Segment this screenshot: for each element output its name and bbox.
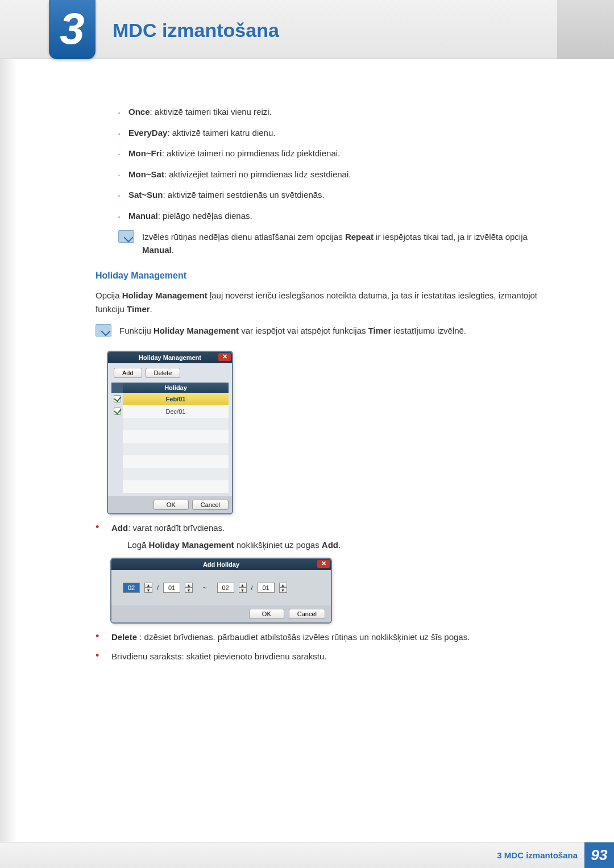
dialog-footer: OK Cancel [111, 605, 331, 622]
action-sub: Logā Holiday Management noklikšķiniet uz… [127, 538, 545, 552]
month-end-field[interactable]: 02 [217, 583, 234, 593]
holiday-management-dialog: Holiday Management ✕ Add Delete Holiday … [107, 351, 233, 514]
option-desc: : aktivizē taimeri sestdienās un svētdie… [163, 190, 324, 200]
table-row [111, 443, 229, 455]
table-row[interactable]: Dec/01 [111, 405, 229, 418]
square-bullet-icon: ▫ [96, 189, 118, 200]
action-desc: Brīvdienu saraksts: skatiet pievienoto b… [108, 650, 545, 663]
ok-button[interactable]: OK [249, 609, 284, 619]
checkbox-icon[interactable] [114, 395, 121, 402]
holiday-cell: Dec/01 [123, 405, 229, 418]
list-item: ▫Once: aktivizē taimeri tikai vienu reiz… [96, 106, 545, 119]
slash-separator: / [157, 584, 159, 591]
square-bullet-icon: ▫ [96, 106, 118, 117]
list-item: ▫Manual: pielāgo nedēļas dienas. [96, 210, 545, 223]
note-text: Funkciju [119, 326, 154, 335]
dialog-body: 02 ▲▼ / 01 ▲▼ ~ 02 ▲▼ / 01 ▲▼ [111, 570, 331, 605]
holiday-cell: Feb/01 [123, 393, 229, 405]
list-item: ▫Sat~Sun: aktivizē taimeri sestdienās un… [96, 189, 545, 202]
chapter-title: MDC izmantošana [113, 19, 279, 41]
square-bullet-icon: ▫ [96, 210, 118, 221]
list-item: • Delete : dzēsiet brīvdienas. pārbaudie… [96, 630, 545, 644]
spinner-arrows-icon[interactable]: ▲▼ [185, 583, 193, 593]
chapter-number-badge: 3 [49, 0, 96, 59]
list-item: ▫EveryDay: aktivizē taimeri katru dienu. [96, 127, 545, 140]
day-start-field[interactable]: 01 [163, 583, 180, 593]
note-text: var iespējot vai atspējot funkcijas [239, 326, 368, 335]
spinner-arrows-icon[interactable]: ▲▼ [279, 583, 287, 593]
note-bold: Timer [368, 326, 392, 335]
month-start-field[interactable]: 02 [123, 583, 140, 593]
option-name: Once [128, 107, 150, 117]
note-icon [96, 324, 111, 337]
range-separator: ~ [197, 584, 212, 591]
cancel-button[interactable]: Cancel [289, 609, 325, 619]
note-bold: Manual [142, 245, 172, 255]
note-text: . [172, 245, 174, 255]
option-desc: : aktivizējiet taimeri no pirmdienas līd… [164, 169, 351, 179]
actions-list: • Add: varat norādīt brīvdienas. Logā Ho… [96, 521, 545, 552]
option-name: EveryDay [128, 128, 167, 138]
page-number: 93 [584, 842, 614, 869]
list-item: ▫Mon~Sat: aktivizējiet taimeri no pirmdi… [96, 168, 545, 181]
left-edge-shadow [0, 0, 17, 868]
content-area: ▫Once: aktivizē taimeri tikai vienu reiz… [96, 106, 545, 669]
note-bold: Repeat [345, 232, 374, 242]
checkbox-icon[interactable] [114, 408, 121, 415]
option-desc: : aktivizē taimeri no pirmdienas līdz pi… [162, 148, 340, 158]
close-icon[interactable]: ✕ [218, 353, 231, 361]
option-name: Sat~Sun [128, 190, 163, 200]
dialog-toolbar: Add Delete [108, 363, 232, 383]
option-name: Mon~Sat [128, 169, 164, 179]
list-item: • Brīvdienu saraksts: skatiet pievienoto… [96, 650, 545, 663]
add-button[interactable]: Add [114, 368, 142, 378]
bullet-icon: • [96, 521, 108, 552]
delete-button[interactable]: Delete [146, 368, 181, 378]
footer-chapter-label: 3 MDC izmantošana [497, 850, 578, 860]
actions-list-continued: • Delete : dzēsiet brīvdienas. pārbaudie… [96, 630, 545, 663]
holiday-management-heading: Holiday Management [96, 271, 545, 281]
add-holiday-dialog: Add Holiday ✕ 02 ▲▼ / 01 ▲▼ ~ 02 ▲▼ / 01… [110, 558, 332, 624]
note-text: iestatījumu izvēlnē. [391, 326, 466, 335]
square-bullet-icon: ▫ [96, 127, 118, 138]
note-holiday-timer: Funkciju Holiday Management var iespējot… [96, 324, 545, 337]
holiday-table: Holiday Feb/01 Dec/01 [111, 383, 229, 493]
option-desc: : aktivizē taimeri tikai vienu reizi. [150, 107, 272, 117]
dialog-title: Holiday Management [139, 354, 201, 361]
option-desc: : aktivizē taimeri katru dienu. [167, 128, 275, 138]
table-row [111, 430, 229, 443]
option-name: Mon~Fri [128, 148, 162, 158]
option-name: Manual [128, 211, 158, 221]
slash-separator: / [251, 584, 253, 591]
option-desc: : pielāgo nedēļas dienas. [158, 211, 252, 221]
dialog-titlebar: Add Holiday ✕ [111, 559, 331, 570]
bullet-icon: • [96, 650, 108, 663]
action-desc: : varat norādīt brīvdienas. [128, 523, 225, 533]
spinner-arrows-icon[interactable]: ▲▼ [144, 583, 152, 593]
note-text: ir iespējotas tikai tad, ja ir izvēlēta … [374, 232, 528, 242]
list-item: • Add: varat norādīt brīvdienas. Logā Ho… [96, 521, 545, 552]
list-item: ▫Mon~Fri: aktivizē taimeri no pirmdienas… [96, 147, 545, 160]
close-icon[interactable]: ✕ [317, 560, 330, 568]
page-footer: 3 MDC izmantošana 93 [0, 842, 614, 868]
bullet-icon: • [96, 630, 108, 644]
action-name: Delete [111, 632, 137, 642]
table-row[interactable]: Feb/01 [111, 393, 229, 405]
square-bullet-icon: ▫ [96, 147, 118, 159]
cancel-button[interactable]: Cancel [192, 500, 229, 510]
action-name: Add [111, 523, 128, 533]
table-row [111, 418, 229, 430]
table-row [111, 468, 229, 480]
repeat-options-list: ▫Once: aktivizē taimeri tikai vienu reiz… [96, 106, 545, 222]
action-desc: : dzēsiet brīvdienas. pārbaudiet atbilst… [137, 632, 470, 642]
note-bold: Holiday Management [154, 326, 239, 335]
dialog-titlebar: Holiday Management ✕ [108, 352, 232, 363]
note-repeat-manual: Izvēles rūtiņas nedēļas dienu atlasīšana… [118, 230, 545, 257]
ok-button[interactable]: OK [154, 500, 189, 510]
dialog-footer: OK Cancel [108, 496, 232, 513]
spinner-arrows-icon[interactable]: ▲▼ [239, 583, 247, 593]
square-bullet-icon: ▫ [96, 168, 118, 180]
table-header: Holiday [111, 383, 229, 393]
page-header: 3 MDC izmantošana [0, 0, 614, 59]
day-end-field[interactable]: 01 [258, 583, 275, 593]
